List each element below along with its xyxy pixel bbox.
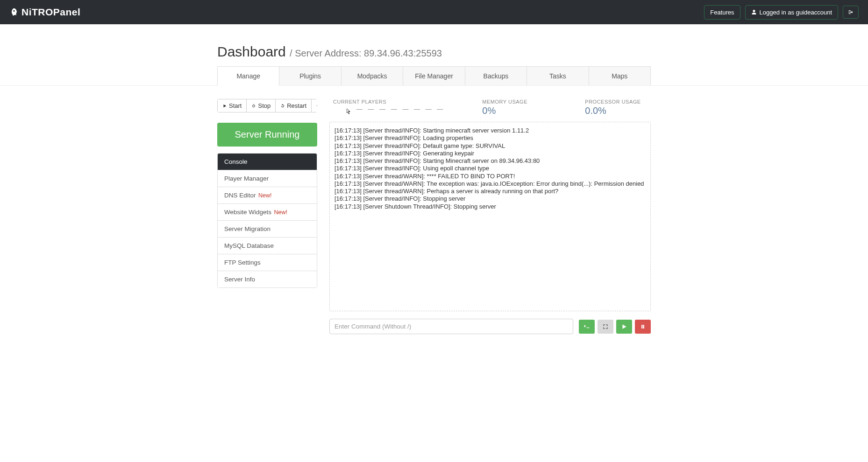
top-navbar: NiTROPanel Features Logged in as guideac…: [0, 0, 868, 24]
server-control-group: Start Stop Restart: [217, 99, 317, 112]
stat-players: CURRENT PLAYERS — — — — — — — —: [333, 99, 445, 116]
stat-memory: MEMORY USAGE 0%: [482, 99, 548, 116]
sidebar-item-ftp-settings[interactable]: FTP Settings: [218, 254, 317, 271]
expand-icon: [602, 323, 609, 330]
console-line: [16:17:13] [Server thread/WARN]: The exc…: [334, 180, 646, 188]
stat-memory-label: MEMORY USAGE: [482, 99, 548, 105]
restart-label: Restart: [287, 102, 306, 109]
subtitle-prefix: / Server Address:: [290, 48, 364, 58]
features-label: Features: [710, 9, 734, 16]
features-button[interactable]: Features: [704, 5, 740, 20]
server-status-banner: Server Running: [217, 123, 317, 147]
logout-icon: [848, 9, 854, 15]
console-line: [16:17:13] [Server thread/INFO]: Stoppin…: [334, 195, 646, 203]
sidebar-item-label: FTP Settings: [224, 259, 261, 266]
console-line: [16:17:13] [Server Shutdown Thread/INFO]…: [334, 203, 646, 210]
command-row: [329, 319, 651, 334]
console-line: [16:17:13] [Server thread/WARN]: **** FA…: [334, 173, 646, 180]
tab-manage[interactable]: Manage: [217, 66, 279, 85]
server-address: 89.34.96.43:25593: [364, 48, 442, 58]
restart-button[interactable]: Restart: [276, 99, 312, 112]
main-tabs: ManagePluginsModpacksFile ManagerBackups…: [217, 66, 651, 85]
sidebar-item-label: Console: [224, 158, 248, 165]
pause-icon: [640, 323, 646, 330]
console-line: [16:17:13] [Server thread/WARN]: Perhaps…: [334, 188, 646, 195]
sidebar-item-label: Server Info: [224, 276, 255, 283]
console-line: [16:17:13] [Server thread/INFO]: Startin…: [334, 157, 646, 165]
stat-players-label: CURRENT PLAYERS: [333, 99, 445, 105]
side-menu: ConsolePlayer ManagerDNS Editor New!Webs…: [217, 153, 317, 288]
start-button[interactable]: Start: [217, 99, 247, 112]
tab-maps[interactable]: Maps: [589, 66, 651, 85]
sidebar-item-website-widgets[interactable]: Website Widgets New!: [218, 204, 317, 221]
console-line: [16:17:13] [Server thread/INFO]: Generat…: [334, 150, 646, 157]
fullscreen-button[interactable]: [598, 320, 613, 334]
console-line: [16:17:13] [Server thread/INFO]: Default…: [334, 142, 646, 150]
page-header: Dashboard / Server Address: 89.34.96.43:…: [217, 24, 651, 66]
sidebar-item-dns-editor[interactable]: DNS Editor New!: [218, 187, 317, 204]
new-badge: New!: [272, 209, 287, 216]
tab-plugins[interactable]: Plugins: [279, 66, 341, 85]
send-command-button[interactable]: [579, 320, 595, 334]
power-icon: [251, 104, 256, 108]
account-button[interactable]: Logged in as guideaccount: [745, 5, 838, 20]
sidebar-item-label: Website Widgets: [224, 209, 271, 216]
page-title: Dashboard: [217, 44, 286, 59]
sidebar-item-player-manager[interactable]: Player Manager: [218, 170, 317, 187]
stat-memory-value: 0%: [482, 105, 548, 116]
sidebar-item-server-migration[interactable]: Server Migration: [218, 221, 317, 238]
sidebar-item-console[interactable]: Console: [218, 154, 317, 170]
refresh-icon: [280, 104, 285, 108]
console-line: [16:17:13] [Server thread/INFO]: Loading…: [334, 134, 646, 142]
stop-label: Stop: [258, 102, 270, 109]
rocket-icon: [9, 7, 19, 17]
stat-cpu-value: 0.0%: [585, 105, 650, 116]
stats-row: CURRENT PLAYERS — — — — — — — — MEMORY U…: [329, 99, 651, 116]
play-icon: [621, 323, 627, 330]
user-icon: [751, 9, 757, 15]
tab-backups[interactable]: Backups: [465, 66, 526, 85]
logged-in-text: Logged in as guideaccount: [760, 9, 832, 16]
sidebar-item-server-info[interactable]: Server Info: [218, 271, 317, 287]
sidebar-item-mysql-database[interactable]: MySQL Database: [218, 238, 317, 254]
stat-cpu: PROCESSOR USAGE 0.0%: [585, 99, 650, 116]
brand[interactable]: NiTROPanel: [9, 7, 80, 18]
caret-down-icon: [315, 104, 317, 108]
sidebar-item-label: Player Manager: [224, 175, 269, 182]
console-pause-button[interactable]: [635, 320, 651, 334]
stat-cpu-label: PROCESSOR USAGE: [585, 99, 650, 105]
restart-dropdown-toggle[interactable]: [312, 99, 317, 112]
tab-modpacks[interactable]: Modpacks: [341, 66, 403, 85]
play-icon: [222, 104, 227, 108]
sidebar-item-label: DNS Editor: [224, 192, 256, 199]
start-label: Start: [229, 102, 242, 109]
console-start-button[interactable]: [616, 320, 632, 334]
stop-button[interactable]: Stop: [247, 99, 276, 112]
console-output[interactable]: [16:17:13] [Server thread/INFO]: Startin…: [329, 122, 651, 311]
tab-tasks[interactable]: Tasks: [526, 66, 588, 85]
sidebar-item-label: Server Migration: [224, 225, 270, 232]
new-badge: New!: [257, 192, 272, 199]
command-input[interactable]: [329, 319, 573, 334]
console-line: [16:17:13] [Server thread/INFO]: Using e…: [334, 165, 646, 172]
stat-players-value: — — — — — — — —: [356, 105, 445, 112]
sidebar-item-label: MySQL Database: [224, 242, 274, 249]
console-line: [16:17:13] [Server thread/INFO]: Startin…: [334, 127, 646, 134]
tab-file-manager[interactable]: File Manager: [403, 66, 464, 85]
logout-button[interactable]: [843, 6, 859, 19]
brand-text: NiTROPanel: [21, 7, 80, 18]
terminal-icon: [583, 323, 590, 330]
